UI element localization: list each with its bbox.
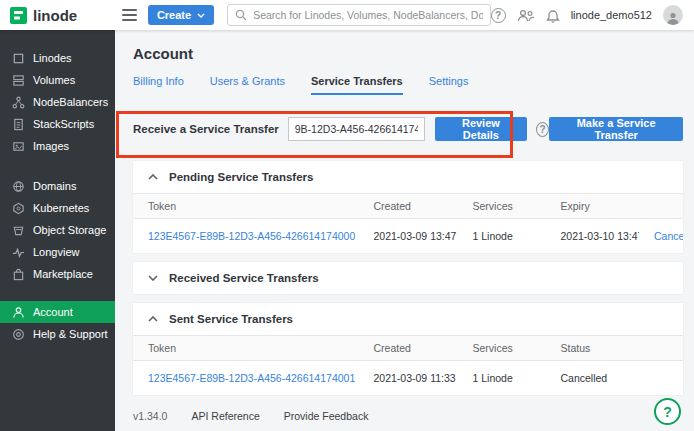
sent-services: 1 Linode [458, 361, 546, 396]
account-icon [12, 306, 25, 319]
chevron-up-icon [148, 174, 158, 180]
sidebar-item-images[interactable]: Images [0, 135, 115, 157]
help-bubble-button[interactable]: ? [654, 398, 681, 425]
review-details-button[interactable]: Review Details [435, 117, 527, 141]
sidebar-item-label: Linodes [33, 52, 72, 64]
lifebuoy-icon [12, 328, 25, 341]
volumes-icon [12, 74, 25, 87]
panel-title: Pending Service Transfers [169, 171, 313, 183]
column-header-token: Token [133, 194, 359, 219]
notifications-bell-icon[interactable] [546, 8, 560, 23]
chevron-down-icon [148, 275, 158, 281]
pending-services: 1 Linode [458, 219, 546, 254]
app-version: v1.34.0 [133, 410, 167, 422]
sidebar-item-label: Help & Support [33, 328, 108, 340]
topbar: linode Create ? lin [0, 0, 694, 30]
sent-token-link[interactable]: 123E4567-E89B-12D3-A456-426614174001 [148, 372, 355, 384]
sidebar-item-longview[interactable]: Longview [0, 241, 115, 263]
column-header-status: Status [546, 336, 640, 361]
sidebar-item-object-storage[interactable]: Object Storage [0, 219, 115, 241]
sidebar-item-label: Account [33, 306, 73, 318]
create-button-label: Create [157, 9, 191, 21]
pending-transfers-table: Token Created Services Expiry 123E4567-E… [133, 193, 683, 253]
sidebar-item-help-support[interactable]: Help & Support [0, 323, 115, 345]
sent-created: 2021-03-09 11:33 [359, 361, 458, 396]
images-icon [12, 140, 25, 153]
sent-status: Cancelled [546, 361, 640, 396]
sidebar-item-label: Domains [33, 180, 76, 192]
panel-title: Received Service Transfers [169, 272, 319, 284]
sidebar-item-kubernetes[interactable]: Kubernetes [0, 197, 115, 219]
receive-transfer-label: Receive a Service Transfer [133, 123, 279, 135]
linode-logo[interactable]: linode [0, 0, 113, 30]
nodebalancers-icon [12, 96, 25, 109]
sent-transfers-header[interactable]: Sent Service Transfers [133, 303, 683, 335]
domains-icon [12, 180, 25, 193]
sent-transfers-table: Token Created Services Status 123E4567-E… [133, 335, 683, 395]
received-transfers-panel: Received Service Transfers [133, 262, 683, 294]
menu-icon[interactable] [122, 9, 137, 21]
column-header-services: Services [458, 194, 546, 219]
pending-expiry: 2021-03-10 13:47 [546, 219, 640, 254]
api-reference-link[interactable]: API Reference [191, 410, 259, 422]
sidebar-item-label: Kubernetes [33, 202, 89, 214]
column-header-expiry: Expiry [546, 194, 640, 219]
sidebar-item-domains[interactable]: Domains [0, 175, 115, 197]
chevron-down-icon [197, 13, 205, 18]
chevron-up-icon [148, 316, 158, 322]
sidebar-item-marketplace[interactable]: Marketplace [0, 263, 115, 285]
provide-feedback-link[interactable]: Provide Feedback [284, 410, 369, 422]
page-title: Account [133, 45, 683, 62]
sidebar-item-label: StackScripts [33, 118, 94, 130]
transfer-token-input[interactable] [288, 117, 425, 141]
pending-transfers-panel: Pending Service Transfers Token Created … [133, 161, 683, 253]
tab-billing-info[interactable]: Billing Info [133, 75, 184, 95]
longview-icon [12, 246, 25, 259]
tab-settings[interactable]: Settings [429, 75, 469, 95]
sidebar: Linodes Volumes NodeBalancers StackScrip… [0, 30, 115, 431]
account-username[interactable]: linode_demo512 [571, 9, 652, 21]
sidebar-item-label: Longview [33, 246, 79, 258]
panel-title: Sent Service Transfers [169, 313, 293, 325]
topbar-actions: ? linode_demo512 [491, 5, 694, 25]
stackscripts-icon [12, 118, 25, 131]
tab-service-transfers[interactable]: Service Transfers [311, 75, 403, 95]
pending-token-link[interactable]: 123E4567-E89B-12D3-A456-426614174000 [148, 230, 355, 242]
sidebar-item-label: Object Storage [33, 224, 106, 236]
received-transfers-header[interactable]: Received Service Transfers [133, 262, 683, 294]
column-header-action [639, 194, 683, 219]
receive-help-icon[interactable]: ? [536, 122, 549, 137]
help-icon[interactable]: ? [491, 8, 506, 23]
avatar[interactable] [663, 5, 683, 25]
pending-created: 2021-03-09 13:47 [359, 219, 458, 254]
community-icon[interactable] [517, 9, 535, 22]
sidebar-item-nodebalancers[interactable]: NodeBalancers [0, 91, 115, 113]
account-tabs: Billing Info Users & Grants Service Tran… [133, 75, 683, 95]
column-header-created: Created [359, 336, 458, 361]
sidebar-item-volumes[interactable]: Volumes [0, 69, 115, 91]
global-search [227, 4, 491, 26]
cancel-transfer-link[interactable]: Cancel [654, 230, 683, 242]
logo-text: linode [33, 7, 77, 24]
table-row: 123E4567-E89B-12D3-A456-426614174001 202… [133, 361, 683, 396]
kubernetes-icon [12, 202, 25, 215]
sidebar-item-account[interactable]: Account [0, 301, 115, 323]
column-header-filler [639, 336, 683, 361]
table-row: 123E4567-E89B-12D3-A456-426614174000 202… [133, 219, 683, 254]
sidebar-item-linodes[interactable]: Linodes [0, 47, 115, 69]
sidebar-item-stackscripts[interactable]: StackScripts [0, 113, 115, 135]
sidebar-item-label: NodeBalancers [33, 96, 108, 108]
create-button[interactable]: Create [148, 5, 214, 25]
column-header-token: Token [133, 336, 359, 361]
search-input[interactable] [253, 9, 483, 21]
object-storage-icon [12, 224, 25, 237]
receive-transfer-row: Receive a Service Transfer Review Detail… [133, 117, 683, 141]
page-footer: v1.34.0 API Reference Provide Feedback [133, 410, 683, 422]
pending-transfers-header[interactable]: Pending Service Transfers [133, 161, 683, 193]
marketplace-icon [12, 268, 25, 281]
make-service-transfer-button[interactable]: Make a Service Transfer [549, 117, 683, 141]
tab-users-grants[interactable]: Users & Grants [210, 75, 285, 95]
main-content: Account Billing Info Users & Grants Serv… [115, 30, 694, 431]
sidebar-item-label: Marketplace [33, 268, 93, 280]
sent-transfers-panel: Sent Service Transfers Token Created Ser… [133, 303, 683, 395]
